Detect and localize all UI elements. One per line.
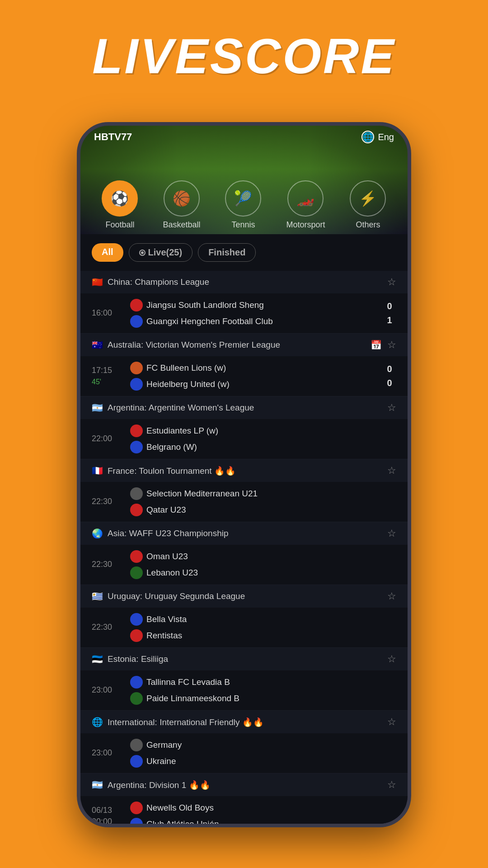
away-team-name: Lebanon U23 — [146, 568, 198, 578]
favorite-star-icon[interactable]: ☆ — [387, 528, 396, 539]
match-time: 17:1545' — [92, 365, 123, 387]
sport-label-football: Football — [105, 220, 134, 230]
match-row[interactable]: 22:30Bella VistaRentistas — [80, 608, 408, 648]
filter-finished[interactable]: Finished — [198, 243, 256, 262]
league-header-argentina-div1[interactable]: 🇦🇷Argentina: Division 1 🔥🔥☆ — [80, 774, 408, 796]
match-row[interactable]: 06/1300:00Newells Old BoysClub Atlético … — [80, 796, 408, 824]
home-team-row: FC Bulleen Lions (w) — [130, 360, 376, 376]
league-header-asia-waff[interactable]: 🌏Asia: WAFF U23 Championship☆ — [80, 522, 408, 545]
league-header-estonia-esiliiga[interactable]: 🇪🇪Estonia: Esiliiga☆ — [80, 648, 408, 670]
away-team-row: Qatar U23 — [130, 502, 376, 518]
sport-icon-football: ⚽ — [102, 180, 138, 217]
league-name: Argentina: Division 1 🔥🔥 — [108, 780, 211, 790]
calendar-icon[interactable]: 📅 — [371, 340, 382, 350]
home-team-row: Bella Vista — [130, 611, 376, 627]
home-team-logo — [130, 425, 143, 437]
sport-label-tennis: Tennis — [231, 220, 255, 230]
sport-item-motorsport[interactable]: 🏎️Motorsport — [286, 180, 325, 230]
match-row[interactable]: 17:1545'FC Bulleen Lions (w)Heidelberg U… — [80, 356, 408, 396]
league-name: Estonia: Esiliiga — [108, 654, 168, 664]
league-header-australia-womens[interactable]: 🇦🇺Australia: Victorian Women's Premier L… — [80, 334, 408, 356]
home-team-name: FC Bulleen Lions (w) — [146, 363, 226, 373]
league-flag-icon: 🇦🇷 — [92, 779, 103, 790]
home-team-row: Jiangsu South Landlord Sheng — [130, 297, 376, 313]
phone-content: All Live(25) Finished 🇨🇳China: Champions… — [80, 234, 408, 824]
match-time: 22:30 — [92, 559, 123, 570]
league-left: 🇺🇾Uruguay: Uruguay Segunda League — [92, 591, 245, 602]
league-header-uruguay-segunda[interactable]: 🇺🇾Uruguay: Uruguay Segunda League☆ — [80, 585, 408, 608]
home-team-name: Selection Mediterranean U21 — [146, 489, 258, 499]
match-teams: Tallinna FC Levadia BPaide Linnameeskond… — [123, 674, 383, 707]
home-team-logo — [130, 299, 143, 311]
sport-icon-motorsport: 🏎️ — [287, 180, 324, 217]
sport-item-basketball[interactable]: 🏀Basketball — [163, 180, 200, 230]
match-row[interactable]: 16:00Jiangsu South Landlord ShengGuangxi… — [80, 293, 408, 334]
away-team-logo — [130, 566, 143, 579]
favorite-star-icon[interactable]: ☆ — [387, 339, 396, 351]
match-row[interactable]: 22:30Selection Mediterranean U21Qatar U2… — [80, 482, 408, 522]
league-header-argentina-womens[interactable]: 🇦🇷Argentina: Argentine Women's League☆ — [80, 396, 408, 419]
favorite-star-icon[interactable]: ☆ — [387, 590, 396, 602]
away-team-logo — [130, 692, 143, 705]
favorite-star-icon[interactable]: ☆ — [387, 653, 396, 665]
filter-all[interactable]: All — [92, 243, 123, 262]
match-row[interactable]: 23:00GermanyUkraine — [80, 733, 408, 774]
home-team-name: Germany — [146, 740, 182, 750]
home-score: 0 — [387, 364, 392, 374]
home-team-logo — [130, 487, 143, 500]
league-flag-icon: 🇦🇷 — [92, 402, 103, 413]
away-team-row: Paide Linnameeskond B — [130, 690, 376, 707]
home-team-logo — [130, 739, 143, 751]
league-right: 📅☆ — [371, 339, 396, 351]
away-team-logo — [130, 755, 143, 768]
home-team-name: Jiangsu South Landlord Sheng — [146, 300, 264, 310]
sport-item-football[interactable]: ⚽Football — [102, 180, 138, 230]
league-flag-icon: 🇨🇳 — [92, 277, 103, 288]
league-left: 🇪🇪Estonia: Esiliiga — [92, 654, 168, 665]
match-teams: Bella VistaRentistas — [123, 611, 383, 644]
away-team-row: Belgrano (W) — [130, 439, 376, 455]
globe-icon: 🌐 — [361, 131, 374, 143]
league-name: Uruguay: Uruguay Segunda League — [108, 591, 245, 601]
filter-live[interactable]: Live(25) — [129, 243, 193, 262]
league-flag-icon: 🇪🇪 — [92, 654, 103, 665]
sport-item-others[interactable]: ⚡Others — [350, 180, 386, 230]
sport-label-others: Others — [356, 220, 380, 230]
language-label[interactable]: Eng — [378, 132, 394, 142]
league-flag-icon: 🇺🇾 — [92, 591, 103, 602]
match-row[interactable]: 23:00Tallinna FC Levadia BPaide Linnamee… — [80, 670, 408, 711]
away-team-name: Guangxi Hengchen Football Club — [146, 316, 273, 326]
away-team-name: Belgrano (W) — [146, 442, 197, 452]
favorite-star-icon[interactable]: ☆ — [387, 276, 396, 288]
home-team-name: Estudiantes LP (w) — [146, 426, 218, 436]
match-row[interactable]: 22:00Estudiantes LP (w)Belgrano (W) — [80, 419, 408, 459]
home-team-row: Selection Mediterranean U21 — [130, 486, 376, 502]
phone-mockup: HBTV77 🌐 Eng ⚽Football🏀Basketball🎾Tennis… — [77, 122, 411, 827]
league-header-intl-friendly[interactable]: 🌐International: International Friendly 🔥… — [80, 711, 408, 733]
sport-icon-tennis: 🎾 — [225, 180, 261, 217]
home-score: 0 — [387, 301, 392, 311]
match-time: 22:30 — [92, 496, 123, 507]
home-team-logo — [130, 613, 143, 626]
match-row[interactable]: 22:30Oman U23Lebanon U23 — [80, 545, 408, 585]
sport-icon-others: ⚡ — [350, 180, 386, 217]
match-teams: Oman U23Lebanon U23 — [123, 548, 383, 581]
sport-item-tennis[interactable]: 🎾Tennis — [225, 180, 261, 230]
favorite-star-icon[interactable]: ☆ — [387, 779, 396, 791]
home-team-name: Oman U23 — [146, 552, 188, 561]
favorite-star-icon[interactable]: ☆ — [387, 465, 396, 476]
away-team-name: Heidelberg United (w) — [146, 379, 230, 389]
favorite-star-icon[interactable]: ☆ — [387, 716, 396, 728]
app-brand: HBTV77 — [94, 131, 132, 143]
home-team-name: Tallinna FC Levadia B — [146, 677, 230, 687]
away-team-logo — [130, 378, 143, 391]
league-header-china-champions[interactable]: 🇨🇳China: Champions League☆ — [80, 271, 408, 293]
favorite-star-icon[interactable]: ☆ — [387, 402, 396, 414]
match-teams: GermanyUkraine — [123, 737, 383, 769]
away-team-logo — [130, 629, 143, 642]
away-team-name: Qatar U23 — [146, 505, 186, 515]
away-team-name: Rentistas — [146, 631, 182, 641]
league-name: France: Toulon Tournament 🔥🔥 — [108, 466, 236, 476]
home-team-name: Newells Old Boys — [146, 803, 214, 813]
league-header-france-toulon[interactable]: 🇫🇷France: Toulon Tournament 🔥🔥☆ — [80, 459, 408, 482]
